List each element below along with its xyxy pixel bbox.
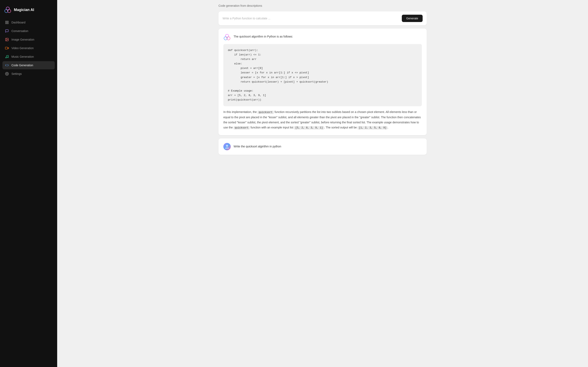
sidebar-item-label: Conversation [11, 29, 28, 33]
code-prompt-input[interactable] [223, 17, 399, 20]
settings-icon [5, 72, 9, 76]
svg-point-13 [7, 73, 8, 75]
generate-button[interactable]: Generate [402, 15, 423, 22]
sidebar-item-code-generation[interactable]: Code Generation [2, 61, 55, 69]
inline-code-input-list: [5, 2, 8, 3, 9, 1] [294, 126, 324, 129]
sidebar-item-label: Video Generation [11, 47, 34, 50]
explanation-text-1: In this implementation, the [223, 110, 258, 114]
dashboard-icon [5, 20, 9, 25]
explanation-text-4: . The sorted output will be [324, 126, 358, 129]
image-icon [5, 38, 9, 42]
user-avatar [223, 143, 231, 150]
code-icon [5, 63, 9, 67]
inline-code-quicksort-2: quicksort [233, 126, 250, 129]
sidebar-item-video-generation[interactable]: Video Generation [2, 44, 55, 52]
svg-point-8 [6, 39, 7, 39]
user-message-text: Write the quicksort algirithm in python [233, 144, 281, 149]
sidebar-item-label: Music Generation [11, 55, 34, 58]
sidebar: Magician AI Dashboard Conversation [0, 0, 57, 367]
app-name: Magician AI [14, 8, 34, 12]
svg-rect-10 [5, 47, 8, 49]
conversation-icon [5, 29, 9, 33]
music-icon [5, 55, 9, 59]
sidebar-item-label: Dashboard [11, 21, 26, 24]
svg-marker-9 [8, 47, 9, 49]
page-subtitle: Code generation from descriptions [218, 4, 427, 7]
input-card: Generate [218, 11, 427, 25]
svg-point-11 [6, 57, 7, 58]
svg-rect-4 [7, 21, 8, 22]
sidebar-item-label: Settings [11, 72, 22, 75]
svg-point-14 [225, 34, 229, 38]
svg-point-0 [6, 7, 9, 10]
svg-rect-3 [6, 21, 7, 22]
svg-rect-5 [7, 23, 8, 24]
sidebar-item-settings[interactable]: Settings [2, 70, 55, 78]
sidebar-item-label: Code Generation [11, 64, 33, 67]
sidebar-item-dashboard[interactable]: Dashboard [2, 18, 55, 26]
sidebar-item-conversation[interactable]: Conversation [2, 27, 55, 35]
video-icon [5, 46, 9, 50]
explanation-text-3: function with an example input list [250, 126, 294, 129]
response-header: The quicksort algorithm in Python is as … [223, 33, 422, 41]
inline-code-quicksort-1: quicksort [258, 111, 274, 114]
app-logo: Magician AI [0, 4, 57, 18]
ai-avatar-icon [223, 33, 231, 41]
sidebar-navigation: Dashboard Conversation Image Generation [0, 18, 57, 363]
response-intro: The quicksort algorithm in Python is as … [233, 34, 293, 39]
explanation-text-5: . [388, 126, 388, 129]
svg-point-12 [7, 57, 8, 58]
user-message-card: Write the quicksort algirithm in python [218, 138, 427, 155]
response-explanation: In this implementation, the quicksort fu… [223, 109, 422, 130]
svg-point-18 [226, 145, 228, 147]
response-card: The quicksort algorithm in Python is as … [218, 29, 427, 135]
sidebar-item-label: Image Generation [11, 38, 34, 41]
inline-code-output-list: [1, 2, 3, 5, 8, 9] [357, 126, 388, 129]
code-block: def quicksort(arr): if len(arr) <= 1: re… [223, 44, 422, 106]
main-content: Code generation from descriptions Genera… [57, 0, 588, 367]
sidebar-item-music-generation[interactable]: Music Generation [2, 53, 55, 61]
magician-logo-icon [4, 6, 11, 13]
sidebar-item-image-generation[interactable]: Image Generation [2, 35, 55, 44]
svg-rect-6 [6, 23, 7, 24]
user-avatar-image [223, 143, 231, 150]
